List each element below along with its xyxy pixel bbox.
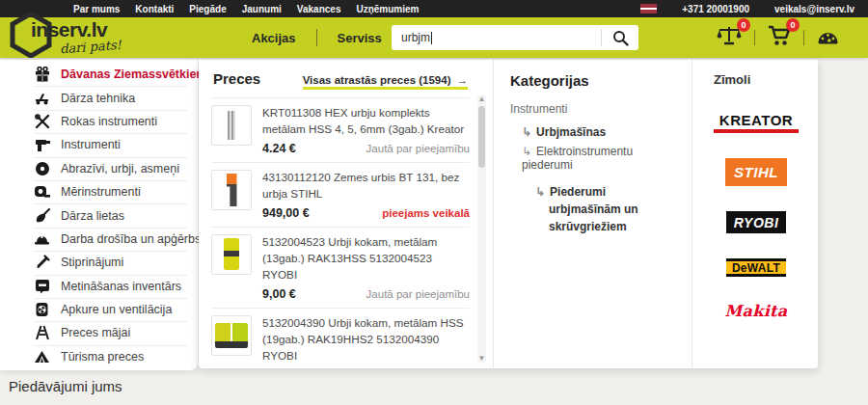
brand-stihl[interactable]: STIHL <box>714 158 799 186</box>
sidebar-item-rokas-instrumenti[interactable]: Rokas instrumenti <box>0 110 198 133</box>
product-thumbnail <box>211 315 252 356</box>
sidebar-item-instrumenti[interactable]: Instrumenti <box>0 133 198 156</box>
sidebar-item-merinstrumenti[interactable]: Mērinstrumenti <box>0 180 198 203</box>
logo-tagline: dari pats! <box>60 38 122 56</box>
logo-wordmark: inserv.lv <box>31 18 107 41</box>
latvian-flag-icon[interactable] <box>640 4 657 14</box>
product-price: 949,00 € <box>262 206 310 220</box>
sidebar-item-turisma-preces[interactable]: Tūrisma preces <box>0 345 198 368</box>
top-link-piegade[interactable]: Piegāde <box>189 4 226 14</box>
search-results-dropdown: Preces Visas atrastās preces (1594)→ KRT… <box>199 60 818 368</box>
header-divider <box>754 30 755 45</box>
screw-icon <box>34 255 50 271</box>
dashboard-button[interactable] <box>817 26 839 49</box>
sidebar-item-apkure[interactable]: Apkure un ventilācija <box>0 298 198 321</box>
sidebar-item-metinasana[interactable]: Metināšanas inventārs <box>0 275 198 298</box>
brand-kreator[interactable]: KREATOR <box>714 112 799 133</box>
sidebar-item-abrazivi[interactable]: Abrazīvi, urbji, asmeņi <box>0 157 198 180</box>
ryobi-logo: RYOBI <box>726 211 786 233</box>
search-icon <box>612 30 629 46</box>
product-row[interactable]: 5132004390 Urbji kokam, metālam HSS (19g… <box>211 308 470 368</box>
view-all-results-link[interactable]: Visas atrastās preces (1594)→ <box>303 74 468 90</box>
category-sidebar: Dāvanas Ziemassvētkiem Dārza tehnika Rok… <box>0 60 198 370</box>
nav-akcijas[interactable]: Akcijas <box>231 31 316 45</box>
main-header: inserv.lv dari pats! Akcijas Serviss Zīm… <box>0 17 868 58</box>
subcategory-arrow-icon: ↳ <box>535 185 545 199</box>
products-heading: Preces <box>213 70 260 87</box>
brand-ryobi[interactable]: RYOBI <box>714 211 799 233</box>
offers-heading[interactable]: Piedāvājumi jums <box>9 378 122 394</box>
product-title: 43130112120 Zemes urbis BT 131, bez urbj… <box>262 170 470 202</box>
cart-count-badge: 0 <box>786 18 800 32</box>
availability-status: pieejams veikalā <box>382 207 470 219</box>
product-thumbnail <box>211 234 252 275</box>
sidebar-item-darba-drosiba[interactable]: Darba drošība un apģērbs <box>0 228 198 251</box>
garden-trowel-icon <box>34 207 50 224</box>
search-input[interactable]: urbjm <box>392 31 601 44</box>
measuring-tape-icon <box>34 184 50 201</box>
category-root-instrumenti[interactable]: Instrumenti <box>510 102 678 116</box>
sidebar-item-preces-majai[interactable]: Preces mājai <box>0 321 198 344</box>
kreator-logo: KREATOR <box>714 112 799 133</box>
heater-fan-icon <box>34 302 50 318</box>
sidebar-item-darza-lietas[interactable]: Dārza lietas <box>0 203 198 227</box>
speedometer-icon <box>817 26 839 45</box>
categories-heading: Kategorijas <box>510 72 678 89</box>
product-title: 5132004523 Urbji kokam, metālam (13gab.)… <box>262 234 470 284</box>
cart-button[interactable]: 0 <box>768 25 791 50</box>
sidebar-item-darza-tehnika[interactable]: Dārza tehnika <box>0 86 198 109</box>
scroll-down-icon[interactable]: ▼ <box>477 354 486 363</box>
arrow-right-icon: → <box>457 74 469 86</box>
welding-mask-icon <box>34 278 50 294</box>
category-elektroinstrumentu-piederumi[interactable]: ↳Elektroinstrumentu piederumi <box>522 145 678 172</box>
header-divider <box>803 30 804 45</box>
compare-count-badge: 0 <box>737 18 750 32</box>
hard-hat-icon <box>34 230 50 247</box>
dewalt-logo: DeWALT <box>726 258 786 277</box>
nav-serviss[interactable]: Serviss <box>317 31 402 45</box>
product-price: 9,00 € <box>262 287 296 301</box>
crossed-tools-icon <box>34 113 50 129</box>
results-scrollbar[interactable]: ▲ ▼ <box>477 94 486 363</box>
product-row[interactable]: 43130112120 Zemes urbis BT 131, bez urbj… <box>211 162 470 227</box>
brand-makita[interactable]: Makita <box>714 302 799 320</box>
product-row[interactable]: KRT011308 HEX urbju komplekts metālam HS… <box>211 97 470 162</box>
availability-status: Jautā par pieejamību <box>366 143 470 154</box>
scrollbar-thumb[interactable] <box>478 106 485 168</box>
product-row[interactable]: 5132004523 Urbji kokam, metālam (13gab.)… <box>211 227 470 308</box>
abrasive-disc-icon <box>34 160 50 176</box>
categories-column: Kategorijas Instrumenti ↳Urbjmašīnas ↳El… <box>493 60 692 368</box>
product-title: KRT011308 HEX urbju komplekts metālam HS… <box>262 105 470 138</box>
brands-heading: Zīmoli <box>714 72 818 87</box>
tent-icon <box>34 348 50 364</box>
top-link-uznemumiem[interactable]: Uzņēmumiem <box>356 4 419 14</box>
lawn-mower-icon <box>34 90 50 106</box>
drill-icon <box>34 137 50 153</box>
subcategory-arrow-icon: ↳ <box>522 145 531 158</box>
top-link-vakances[interactable]: Vakances <box>297 4 341 14</box>
category-piederumi-urbjmasinam[interactable]: ↳Piederumi urbjmašīnām un skrūvgriežiem <box>535 183 678 235</box>
sidebar-item-stiprinajumi[interactable]: Stiprinājumi <box>0 251 198 274</box>
makita-logo: Makita <box>725 302 788 320</box>
top-link-jaunumi[interactable]: Jaunumi <box>242 4 282 14</box>
brands-column: Zīmoli KREATOR STIHL RYOBI DeWALT Makita <box>692 60 818 368</box>
stihl-logo: STIHL <box>725 158 787 186</box>
product-thumbnail <box>211 170 252 210</box>
product-title: 5132004390 Urbji kokam, metālam HSS (19g… <box>262 315 470 364</box>
subcategory-arrow-icon: ↳ <box>522 125 531 139</box>
text-cursor <box>431 32 432 44</box>
scroll-up-icon[interactable]: ▲ <box>477 94 486 103</box>
sidebar-item-davanas[interactable]: Dāvanas Ziemassvētkiem <box>0 63 198 86</box>
product-price: 4.24 € <box>262 142 296 155</box>
search-button[interactable] <box>602 25 638 50</box>
phone-number[interactable]: +371 20001900 <box>682 4 749 14</box>
compare-button[interactable]: 0 <box>717 25 742 50</box>
brand-dewalt[interactable]: DeWALT <box>714 258 799 277</box>
email-link[interactable]: veikals@inserv.lv <box>774 4 854 14</box>
gift-icon <box>34 67 50 83</box>
site-logo[interactable]: inserv.lv dari pats! <box>10 10 154 64</box>
product-thumbnail <box>211 105 252 146</box>
category-urbjmasinas[interactable]: ↳Urbjmašīnas <box>522 125 678 139</box>
search-box: urbjm <box>392 25 638 50</box>
ladder-icon <box>34 325 50 341</box>
